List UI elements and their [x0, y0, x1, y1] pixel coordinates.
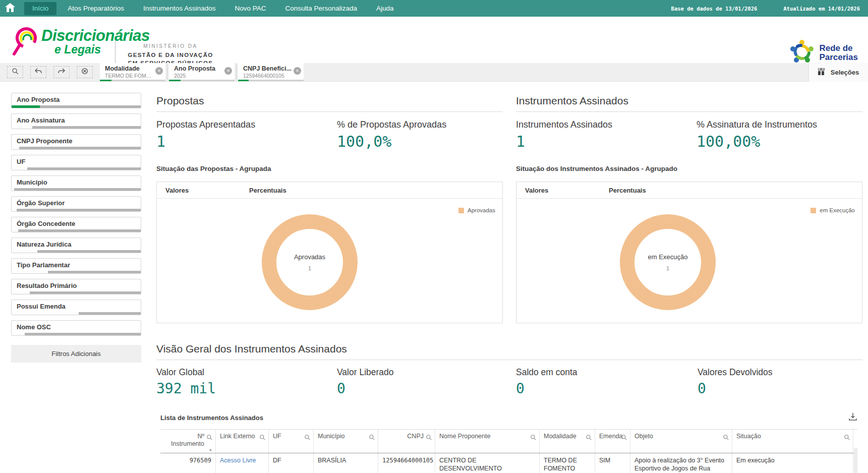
column-search-icon[interactable] — [369, 434, 375, 441]
home-button[interactable] — [0, 3, 20, 14]
column-header-modalidade[interactable]: Modalidade — [540, 430, 595, 453]
smart-search-button[interactable] — [7, 66, 23, 78]
filter-tipo-parlamentar[interactable]: Tipo Parlamentar — [11, 258, 141, 274]
nav-item-ajuda[interactable]: Ajuda — [368, 2, 402, 15]
filter-natureza-juridica[interactable]: Natureza Jurídica — [11, 238, 141, 253]
step-forward-button[interactable] — [53, 66, 70, 78]
download-button[interactable] — [848, 412, 857, 423]
column-header-nome-proponente[interactable]: Nome Proponente — [435, 430, 540, 453]
step-back-button[interactable] — [30, 66, 46, 78]
nav-item-atos-preparatorios[interactable]: Atos Preparatórios — [60, 2, 132, 15]
selection-chip-modalidade[interactable]: ModalidadeTERMO DE FOMENTO× — [100, 63, 165, 81]
kpi-label: Valor Liberado — [337, 367, 394, 378]
cell-emenda: SIM — [595, 453, 630, 473]
column-header-cnpj[interactable]: CNPJ — [378, 430, 435, 453]
table-row[interactable]: 976509Acesso LivreDFBRASÍLIA125946640001… — [160, 453, 857, 473]
kpi-label: % Assinatura de Instrumentos — [697, 120, 817, 130]
filter-ano-proposta[interactable]: Ano Proposta — [11, 93, 141, 108]
kpi-label: Valores Devolvidos — [698, 367, 773, 378]
tab-percentuais[interactable]: Percentuais — [249, 187, 286, 194]
donut-center: em Execução 1 — [634, 229, 701, 295]
column-label: Objeto — [634, 433, 653, 440]
filter-orgao-superior[interactable]: Órgão Superior — [11, 196, 141, 212]
filter-municipio[interactable]: Município — [11, 175, 141, 191]
kpi-valor-liberado: Valor Liberado 0 — [337, 367, 394, 397]
filter-cnpj-proponente[interactable]: CNPJ Proponente — [11, 134, 141, 150]
filter-possui-emenda[interactable]: Possui Emenda — [11, 300, 141, 315]
filter-orgao-concedente[interactable]: Órgão Concedente — [11, 217, 141, 232]
clear-icon — [81, 68, 88, 77]
column-label: Nº Instrumento — [164, 433, 204, 448]
legend-swatch — [458, 208, 464, 213]
cell-objeto: Apoio à realização do 3° Evento Esportiv… — [630, 453, 732, 473]
nav-item-novo-pac[interactable]: Novo PAC — [226, 2, 274, 15]
section-visao-geral: Visão Geral dos Instrumentos Assinados V… — [156, 343, 862, 405]
chip-selection-bar — [100, 80, 165, 81]
filter-resultado-primario[interactable]: Resultado Primário — [11, 279, 141, 294]
toolbar-icons — [0, 63, 100, 81]
column-search-icon[interactable] — [259, 434, 266, 441]
donut-chart-propostas[interactable]: Aprovadas 1 — [262, 214, 358, 310]
additional-filters-button[interactable]: Filtros Adicionais — [11, 345, 141, 363]
selections-toolbar: ModalidadeTERMO DE FOMENTO×Ano Proposta2… — [0, 63, 868, 82]
kpi-label: Saldo em conta — [516, 367, 577, 378]
filter-nome-osc[interactable]: Nome OSC — [11, 320, 141, 336]
chip-separator — [167, 65, 167, 80]
tab-valores[interactable]: Valores — [165, 187, 249, 194]
column-search-icon[interactable] — [621, 434, 627, 441]
chip-close-icon[interactable]: × — [294, 67, 301, 75]
donut-chart-instrumentos[interactable]: em Execução 1 — [620, 214, 716, 310]
visao-geral-kpis: Valor Global 392 mil Valor Liberado 0 Sa… — [156, 360, 862, 405]
column-header-link-externo[interactable]: Link Externo — [216, 430, 269, 453]
column-search-icon[interactable] — [304, 434, 311, 441]
filter-state-bar — [12, 167, 141, 170]
chip-close-icon[interactable]: × — [155, 67, 163, 75]
column-header-uf[interactable]: UF — [269, 430, 314, 453]
column-header-emenda[interactable]: Emenda — [595, 430, 630, 453]
clear-selections-button[interactable] — [77, 66, 93, 78]
selections-button[interactable]: Seleções — [808, 63, 868, 82]
chip-close-icon[interactable]: × — [224, 67, 232, 75]
propostas-legend[interactable]: Aprovadas — [458, 207, 495, 213]
donut-center-value: 1 — [666, 265, 669, 271]
cell-link-externo[interactable]: Acesso Livre — [216, 453, 269, 473]
column-search-icon[interactable] — [530, 434, 537, 441]
filter-state-bar — [12, 105, 141, 108]
selection-chip-cnpj-benefici[interactable]: CNPJ Benefici...12594664000105× — [238, 63, 304, 81]
top-navbar: InícioAtos PreparatóriosInstrumentos Ass… — [0, 0, 868, 17]
chip-separator — [236, 65, 237, 80]
filter-state-bar — [12, 291, 141, 294]
column-search-icon[interactable] — [206, 434, 213, 441]
instrumentos-legend[interactable]: em Execução — [811, 207, 855, 213]
selections-label: Seleções — [831, 69, 859, 76]
legend-label: Aprovadas — [468, 207, 495, 213]
column-header-municipio[interactable]: Município — [314, 430, 378, 453]
nav-item-inicio[interactable]: Início — [24, 2, 56, 15]
section-propostas: Propostas Propostas Apresentadas 1 % de … — [156, 95, 503, 323]
tab-percentuais[interactable]: Percentuais — [609, 187, 646, 194]
table-header-row: Nº Instrumento▲Link ExternoUFMunicípioCN… — [160, 429, 857, 453]
selection-chip-ano-proposta[interactable]: Ano Proposta2025× — [169, 63, 235, 81]
undo-arrow-icon — [34, 68, 42, 77]
filter-label: Nome OSC — [12, 321, 141, 333]
nav-item-instrumentos-assinados[interactable]: Instrumentos Assinados — [135, 2, 223, 15]
chip-field-label: Modalidade — [105, 65, 154, 72]
column-search-icon[interactable] — [426, 434, 432, 441]
column-header-situacao[interactable]: Situação — [732, 430, 853, 453]
column-header-n-instrumento[interactable]: Nº Instrumento▲ — [160, 430, 216, 453]
instrumentos-title: Instrumentos Assinados — [516, 95, 862, 112]
table-scrollbar[interactable] — [854, 448, 857, 473]
column-search-icon[interactable] — [844, 434, 850, 441]
tab-valores[interactable]: Valores — [525, 187, 609, 194]
filter-uf[interactable]: UF — [11, 155, 141, 170]
column-header-objeto[interactable]: Objeto — [630, 430, 732, 453]
column-search-icon[interactable] — [723, 434, 729, 441]
cell-situacao: Em execução — [732, 453, 853, 473]
filter-label: Ano Assinatura — [12, 114, 141, 126]
nav-item-consulta-personalizada[interactable]: Consulta Personalizada — [277, 2, 365, 15]
filter-label: Município — [12, 176, 141, 188]
filter-ano-assinatura[interactable]: Ano Assinatura — [11, 113, 141, 129]
filter-label: UF — [12, 155, 141, 167]
filter-state-bar — [12, 188, 141, 191]
column-search-icon[interactable] — [586, 434, 592, 441]
